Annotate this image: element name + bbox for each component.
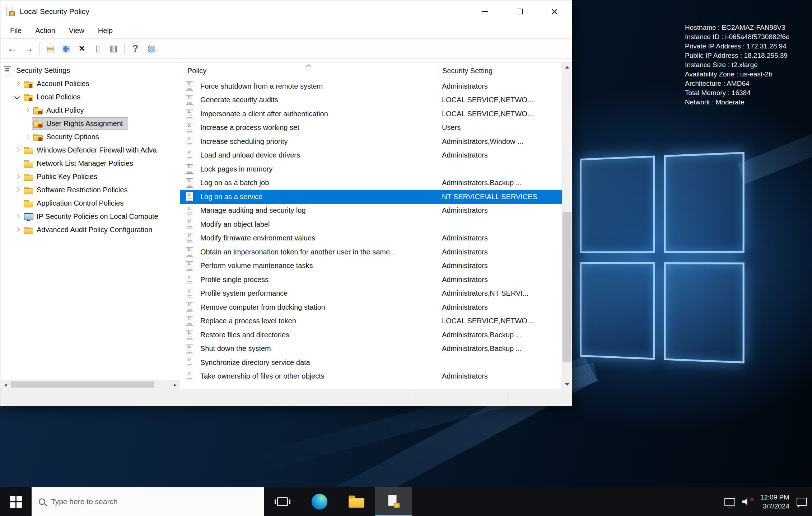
policy-row[interactable]: Restore files and directories Administra…	[180, 328, 562, 342]
policy-name: Log on as a batch job	[200, 179, 438, 187]
back-icon[interactable]: ←	[5, 41, 20, 56]
taskbar-clock[interactable]: 12:09 PM 3/7/2024	[760, 493, 789, 511]
policy-doc-icon	[186, 81, 193, 91]
vertical-scrollbar-thumb[interactable]	[563, 212, 571, 362]
chevron-icon[interactable]	[12, 77, 23, 90]
scroll-left-arrow[interactable]: ◀	[1, 380, 10, 389]
policy-row[interactable]: Profile system performance Administrator…	[180, 287, 562, 301]
chevron-icon[interactable]	[22, 104, 32, 117]
tree-item-label: Security Options	[46, 133, 101, 141]
security-setting-value: Administrators	[438, 303, 562, 311]
menu-item-action[interactable]: Action	[28, 27, 62, 35]
tree-item-windows-defender-firewall-with-adva[interactable]: Windows Defender Firewall with Adva	[1, 144, 180, 157]
horizontal-scrollbar-thumb[interactable]	[11, 381, 154, 388]
policy-doc-icon	[186, 151, 193, 160]
policy-row[interactable]: Generate security audits LOCAL SERVICE,N…	[180, 93, 562, 107]
folder-arrow-icon[interactable]: ▤	[42, 41, 58, 56]
properties-icon[interactable]: ▯	[90, 41, 106, 56]
tree-item-software-restriction-policies[interactable]: Software Restriction Policies	[1, 183, 180, 197]
console-body: Security Settings Account Policies Local…	[1, 62, 571, 389]
tree-horizontal-scrollbar[interactable]: ◀ ▶	[1, 380, 180, 389]
chevron-icon[interactable]	[22, 117, 32, 130]
policy-row[interactable]: Perform volume maintenance tasks Adminis…	[180, 259, 562, 273]
network-icon[interactable]	[724, 498, 735, 506]
action-center-icon[interactable]	[797, 498, 807, 506]
chevron-icon[interactable]	[12, 197, 23, 210]
windows-logo-pane	[580, 262, 655, 360]
policy-row[interactable]: Shut down the system Administrators,Back…	[180, 342, 562, 356]
menu-item-help[interactable]: Help	[91, 27, 120, 35]
chevron-icon[interactable]	[12, 183, 23, 197]
tree-item-public-key-policies[interactable]: Public Key Policies	[1, 170, 180, 183]
policy-row[interactable]: Log on as a batch job Administrators,Bac…	[180, 176, 562, 190]
policy-row[interactable]: Replace a process level token LOCAL SERV…	[180, 314, 562, 328]
policy-row[interactable]: Modify an object label	[180, 217, 562, 231]
tree-item-label: IP Security Policies on Local Compute	[37, 212, 160, 221]
volume-muted-icon[interactable]: ×	[742, 497, 753, 506]
policy-row[interactable]: Modify firmware environment values Admin…	[180, 231, 562, 245]
tree-item-application-control-policies[interactable]: Application Control Policies	[1, 197, 180, 210]
security-setting-value: Administrators,Backup ...	[438, 179, 562, 187]
chevron-icon[interactable]	[12, 157, 23, 170]
policy-row[interactable]: Impersonate a client after authenticatio…	[180, 107, 562, 121]
policy-row[interactable]: Profile single process Administrators	[180, 273, 562, 287]
policy-row[interactable]: Take ownership of files or other objects…	[180, 370, 562, 384]
file-explorer-button[interactable]	[338, 487, 375, 516]
policy-row[interactable]: Manage auditing and security log Adminis…	[180, 204, 562, 218]
tree-item-advanced-audit-policy-configuration[interactable]: Advanced Audit Policy Configuration	[1, 223, 180, 236]
action-pane-icon[interactable]: ▨	[143, 41, 159, 56]
scroll-up-arrow[interactable]	[563, 62, 571, 72]
task-view-button[interactable]	[264, 487, 301, 516]
policy-row[interactable]: Log on as a service NT SERVICE\ALL SERVI…	[180, 190, 562, 204]
taskbar-search-box[interactable]: Type here to search	[32, 487, 264, 516]
delete-icon[interactable]: ×	[74, 41, 90, 56]
sort-ascending-icon	[307, 64, 311, 68]
chevron-icon[interactable]	[12, 170, 23, 183]
menu-item-file[interactable]: File	[3, 27, 28, 35]
policy-name: Increase a process working set	[200, 123, 438, 132]
chevron-icon[interactable]	[12, 223, 23, 236]
maximize-button[interactable]	[502, 0, 537, 23]
policy-row[interactable]: Load and unload device drivers Administr…	[180, 149, 562, 163]
menu-item-view[interactable]: View	[62, 27, 91, 35]
policy-row[interactable]: Lock pages in memory	[180, 162, 562, 176]
folder-icon	[23, 146, 33, 155]
sysinfo-line: Total Memory : 16384	[685, 88, 790, 98]
help-icon[interactable]: ?	[127, 41, 143, 56]
close-button[interactable]: ×	[537, 0, 572, 23]
security-setting-value: Administrators	[438, 276, 562, 284]
local-security-policy-taskbar-button[interactable]	[375, 487, 412, 516]
tree-item-account-policies[interactable]: Account Policies	[1, 77, 180, 90]
scroll-right-arrow[interactable]: ▶	[171, 380, 180, 389]
scroll-down-arrow[interactable]	[563, 380, 571, 389]
list-vertical-scrollbar[interactable]	[562, 62, 571, 389]
tree-item-local-policies[interactable]: Local Policies	[1, 90, 180, 104]
folder-icon	[23, 199, 33, 208]
forward-icon[interactable]: →	[20, 41, 36, 56]
tree-item-ip-security-policies-on-local-compute[interactable]: IP Security Policies on Local Compute	[1, 210, 180, 223]
edge-button[interactable]	[301, 487, 338, 516]
policy-row[interactable]: Force shutdown from a remote system Admi…	[180, 79, 562, 93]
minimize-button[interactable]	[467, 0, 502, 23]
column-header-security-setting[interactable]: Security Setting	[438, 62, 562, 79]
tree-item-audit-policy[interactable]: Audit Policy	[1, 104, 180, 117]
chevron-icon[interactable]	[12, 90, 23, 104]
console-tree-icon[interactable]: ▦	[58, 41, 74, 56]
tree-item-user-rights-assignment[interactable]: User Rights Assignment	[1, 117, 180, 130]
tree-item-security-options[interactable]: Security Options	[1, 130, 180, 144]
export-list-icon[interactable]: ▥	[106, 41, 121, 56]
policy-row[interactable]: Synchronize directory service data	[180, 356, 562, 370]
policy-row[interactable]: Increase a process working set Users	[180, 121, 562, 135]
chevron-icon[interactable]	[12, 144, 23, 157]
security-setting-value: Administrators,Backup ...	[438, 331, 562, 339]
policy-row[interactable]: Increase scheduling priority Administrat…	[180, 135, 562, 149]
tree-item-security-settings[interactable]: Security Settings	[1, 64, 180, 77]
toolbar-separator	[124, 43, 125, 54]
policy-row[interactable]: Obtain an impersonation token for anothe…	[180, 245, 562, 259]
chevron-icon[interactable]	[22, 130, 32, 144]
start-button[interactable]	[0, 487, 32, 516]
tree-item-network-list-manager-policies[interactable]: Network List Manager Policies	[1, 157, 180, 170]
chevron-icon[interactable]	[12, 210, 23, 223]
policy-row[interactable]: Remove computer from docking station Adm…	[180, 300, 562, 314]
title-bar[interactable]: Local Security Policy ×	[0, 0, 572, 23]
